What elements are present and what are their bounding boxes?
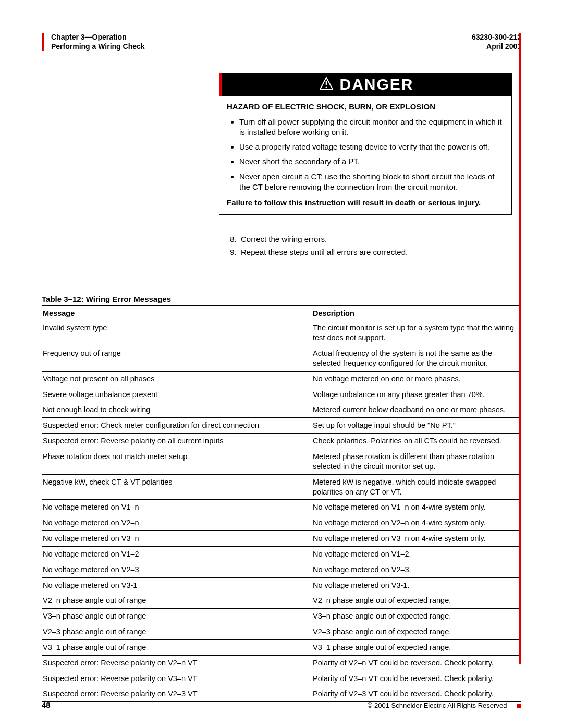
table-cell-description: No voltage metered on one or more phases… <box>312 371 521 387</box>
danger-title: DANGER <box>222 73 511 96</box>
table-cell-description: No voltage metered on V2–3. <box>312 562 521 577</box>
page-header: Chapter 3—Operation Performing a Wiring … <box>42 32 521 51</box>
table-header-description: Description <box>312 306 521 320</box>
table-row: No voltage metered on V3-1 No voltage me… <box>42 577 521 593</box>
table-cell-description: V2–3 phase angle out of expected range. <box>312 624 521 640</box>
table-cell-message: Voltage not present on all phases <box>42 371 312 387</box>
table-cell-message: Not enough load to check wiring <box>42 402 312 418</box>
danger-failure: Failure to follow this instruction will … <box>227 198 504 208</box>
table-row: V2–3 phase angle out of rangeV2–3 phase … <box>42 624 521 640</box>
table-row: Negative kW, check CT & VT polaritiesMet… <box>42 474 521 500</box>
table-cell-message: V2–n phase angle out of range <box>42 593 312 609</box>
table-row: Not enough load to check wiringMetered c… <box>42 402 521 418</box>
table-cell-message: Suspected error: Reverse polarity on all… <box>42 434 312 449</box>
table-cell-message: Severe voltage unbalance present <box>42 387 312 402</box>
left-change-bar <box>42 33 44 51</box>
table-cell-description: No voltage metered on V3-1. <box>312 577 521 593</box>
table-row: Suspected error: Reverse polarity on V3–… <box>42 671 521 686</box>
table-cell-message: Invalid system type <box>42 320 312 346</box>
table-row: Voltage not present on all phasesNo volt… <box>42 371 521 387</box>
danger-title-text: DANGER <box>339 76 413 93</box>
table-row: V3–1 phase angle out of rangeV3–1 phase … <box>42 639 521 655</box>
svg-point-2 <box>326 87 327 88</box>
table-row: Suspected error: Reverse polarity on V2–… <box>42 686 521 702</box>
table-cell-message: V3–n phase angle out of range <box>42 609 312 624</box>
warning-triangle-icon <box>320 76 333 93</box>
table-cell-description: No voltage metered on V3–n on 4-wire sys… <box>312 531 521 547</box>
table-cell-description: V3–1 phase angle out of expected range. <box>312 639 521 655</box>
table-row: No voltage metered on V2–nNo voltage met… <box>42 515 521 531</box>
danger-hazard: HAZARD OF ELECTRIC SHOCK, BURN, OR EXPLO… <box>227 102 504 112</box>
header-date: April 2001 <box>472 42 521 51</box>
table-cell-message: Suspected error: Reverse polarity on V3–… <box>42 671 312 686</box>
table-cell-description: Actual frequency of the system is not th… <box>312 346 521 372</box>
table-cell-message: Frequency out of range <box>42 346 312 372</box>
table-cell-description: Metered current below deadband on one or… <box>312 402 521 418</box>
table-row: Frequency out of rangeActual frequency o… <box>42 346 521 372</box>
header-chapter: Chapter 3—Operation <box>51 32 145 42</box>
wiring-error-table: Message Description Invalid system typeT… <box>42 305 521 702</box>
table-cell-message: No voltage metered on V2–3 <box>42 562 312 577</box>
table-row: Severe voltage unbalance presentVoltage … <box>42 387 521 402</box>
step-item: Repeat these steps until all errors are … <box>239 246 521 258</box>
table-cell-message: No voltage metered on V3-1 <box>42 577 312 593</box>
header-section: Performing a Wiring Check <box>51 42 145 51</box>
table-row: No voltage metered on V2–3No voltage met… <box>42 562 521 577</box>
right-change-bar <box>519 33 521 664</box>
table-cell-description: Check polarities. Polarities on all CTs … <box>312 434 521 449</box>
table-row: V2–n phase angle out of rangeV2–n phase … <box>42 593 521 609</box>
table-cell-description: Polarity of V3–n VT could be reversed. C… <box>312 671 521 686</box>
table-cell-description: Voltage unbalance on any phase greater t… <box>312 387 521 402</box>
table-cell-message: No voltage metered on V1–2 <box>42 546 312 562</box>
table-cell-description: The circuit monitor is set up for a syst… <box>312 320 521 346</box>
table-row: Suspected error: Reverse polarity on all… <box>42 434 521 449</box>
footer-red-dot-icon <box>517 704 521 708</box>
table-row: Suspected error: Check meter configurati… <box>42 418 521 434</box>
table-header-message: Message <box>42 306 312 320</box>
table-caption: Table 3–12: Wiring Error Messages <box>42 294 521 303</box>
table-cell-message: Suspected error: Reverse polarity on V2–… <box>42 686 312 702</box>
table-cell-description: V2–n phase angle out of expected range. <box>312 593 521 609</box>
table-cell-message: V3–1 phase angle out of range <box>42 639 312 655</box>
danger-bullet-list: Turn off all power supplying the circuit… <box>227 117 504 193</box>
table-cell-description: Metered kW is negative, which could indi… <box>312 474 521 500</box>
table-cell-message: Suspected error: Check meter configurati… <box>42 418 312 434</box>
danger-bullet: Never short the secondary of a PT. <box>239 156 504 167</box>
danger-bullet: Never open circuit a CT; use the shortin… <box>239 171 504 193</box>
header-docnum: 63230-300-212 <box>472 32 521 42</box>
table-row: Phase rotation does not match meter setu… <box>42 449 521 474</box>
table-cell-description: Set up for voltage input should be "No P… <box>312 418 521 434</box>
table-cell-description: Polarity of V2–n VT could be reversed. C… <box>312 655 521 671</box>
table-row: No voltage metered on V3–nNo voltage met… <box>42 531 521 547</box>
table-cell-description: Metered phase rotation is different than… <box>312 449 521 474</box>
danger-bullet: Use a properly rated voltage testing dev… <box>239 142 504 152</box>
table-row: No voltage metered on V1–2No voltage met… <box>42 546 521 562</box>
table-cell-message: No voltage metered on V2–n <box>42 515 312 531</box>
table-cell-message: No voltage metered on V3–n <box>42 531 312 547</box>
table-cell-description: No voltage metered on V2–n on 4-wire sys… <box>312 515 521 531</box>
page-number: 48 <box>42 700 51 709</box>
table-cell-message: V2–3 phase angle out of range <box>42 624 312 640</box>
step-item: Correct the wiring errors. <box>239 233 521 245</box>
table-cell-description: No voltage metered on V1–2. <box>312 546 521 562</box>
table-row: No voltage metered on V1–nNo voltage met… <box>42 500 521 515</box>
procedure-steps: Correct the wiring errors. Repeat these … <box>227 233 521 258</box>
table-cell-message: Suspected error: Reverse polarity on V2–… <box>42 655 312 671</box>
danger-box: DANGER HAZARD OF ELECTRIC SHOCK, BURN, O… <box>219 73 512 215</box>
table-cell-description: Polarity of V2–3 VT could be reversed. C… <box>312 686 521 702</box>
danger-bullet: Turn off all power supplying the circuit… <box>239 117 504 138</box>
table-cell-message: Negative kW, check CT & VT polarities <box>42 474 312 500</box>
table-cell-description: No voltage metered on V1–n on 4-wire sys… <box>312 500 521 515</box>
copyright-text: © 2001 Schneider Electric All Rights Res… <box>368 701 507 709</box>
table-row: Invalid system typeThe circuit monitor i… <box>42 320 521 346</box>
table-row: V3–n phase angle out of rangeV3–n phase … <box>42 609 521 624</box>
table-cell-message: No voltage metered on V1–n <box>42 500 312 515</box>
table-cell-description: V3–n phase angle out of expected range. <box>312 609 521 624</box>
table-row: Suspected error: Reverse polarity on V2–… <box>42 655 521 671</box>
table-cell-message: Phase rotation does not match meter setu… <box>42 449 312 474</box>
page-footer: 48 © 2001 Schneider Electric All Rights … <box>42 700 521 709</box>
